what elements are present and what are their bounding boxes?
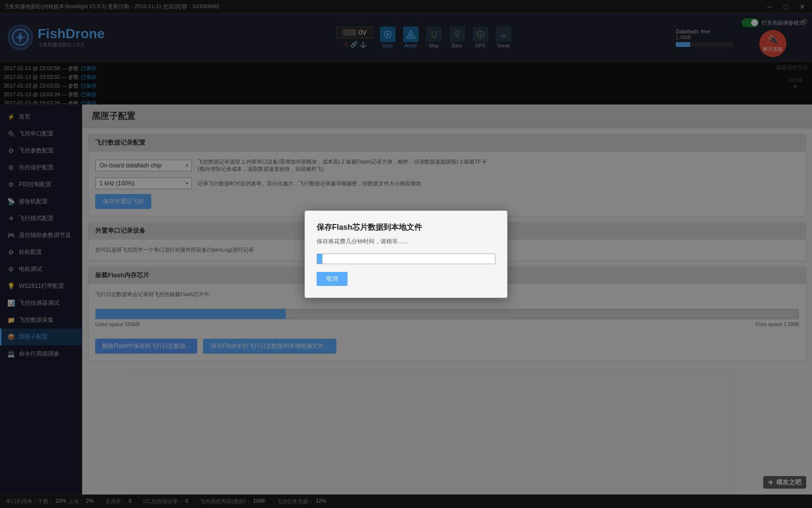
modal-dialog: 保存Flash芯片数据到本地文件 保存将花费几分钟时间，请稍等...... 取消 bbox=[304, 210, 508, 298]
modal-desc: 保存将花费几分钟时间，请稍等...... bbox=[317, 238, 495, 246]
modal-progress-container bbox=[317, 254, 495, 264]
modal-cancel-button[interactable]: 取消 bbox=[317, 272, 348, 286]
modal-overlay: 保存Flash芯片数据到本地文件 保存将花费几分钟时间，请稍等...... 取消 bbox=[0, 0, 812, 508]
modal-title: 保存Flash芯片数据到本地文件 bbox=[317, 223, 495, 233]
modal-progress-fill bbox=[317, 254, 322, 264]
